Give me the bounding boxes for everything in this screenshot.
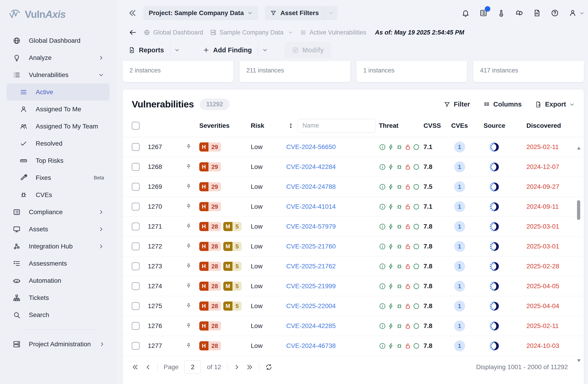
scrollbar-thumb[interactable]	[577, 200, 580, 220]
breadcrumb-project[interactable]: Sample Company Data	[210, 29, 293, 36]
table-scrollbar[interactable]	[577, 146, 581, 363]
reports-dropdown[interactable]	[170, 42, 184, 58]
cve-link[interactable]: CVE-2025-21760	[286, 243, 336, 250]
pin-icon[interactable]	[186, 183, 192, 190]
sidebar-item-top-risks[interactable]: Top Risks	[0, 152, 116, 169]
sidebar-item-project-administration[interactable]: Project Administration	[0, 336, 116, 353]
row-checkbox[interactable]	[132, 203, 140, 211]
asset-filters-button[interactable]: Asset Filters	[265, 6, 324, 20]
chat-icon[interactable]	[515, 9, 523, 17]
cve-count-badge[interactable]: 1	[454, 201, 465, 212]
pin-icon[interactable]	[186, 203, 192, 209]
cve-link[interactable]: CVE-2024-56650	[286, 143, 336, 150]
scrollbar-down-arrow[interactable]	[577, 359, 581, 362]
refresh-icon[interactable]	[265, 364, 273, 371]
breadcrumb-active-vulnerabilities[interactable]: Active Vulnerabilities	[300, 29, 366, 36]
cve-link[interactable]: CVE-2024-41014	[286, 203, 336, 210]
filter-button[interactable]: Filter	[444, 101, 470, 108]
sidebar-item-assessments[interactable]: Assessments	[0, 255, 116, 272]
row-checkbox[interactable]	[132, 262, 140, 270]
cve-link[interactable]: CVE-2025-21999	[286, 283, 336, 289]
sidebar-item-analyze[interactable]: Analyze	[0, 49, 116, 66]
select-all-checkbox[interactable]	[132, 122, 140, 130]
first-page-icon[interactable]	[132, 364, 139, 370]
sidebar-item-active[interactable]: Active	[6, 83, 110, 101]
asset-filters-dropdown[interactable]	[324, 6, 338, 20]
sidebar-item-integration-hub[interactable]: Integration Hub	[0, 238, 116, 255]
form-icon[interactable]	[479, 9, 487, 17]
sidebar-item-resolved[interactable]: Resolved	[0, 135, 116, 152]
pin-icon[interactable]	[186, 263, 192, 269]
sidebar-item-search[interactable]: Search	[0, 306, 116, 324]
row-checkbox[interactable]	[132, 282, 140, 290]
columns-button[interactable]: Columns	[483, 101, 522, 108]
cve-count-badge[interactable]: 1	[454, 301, 465, 311]
cve-link[interactable]: CVE-2024-42284	[286, 163, 336, 170]
cve-count-badge[interactable]: 1	[454, 181, 465, 192]
cve-link[interactable]: CVE-2025-22004	[286, 302, 336, 309]
row-checkbox[interactable]	[132, 302, 140, 310]
sort-updown-icon[interactable]	[288, 122, 294, 129]
summary-card[interactable]: 417 instances	[473, 61, 584, 82]
add-finding-dropdown[interactable]	[258, 42, 272, 58]
summary-card[interactable]: 2 instances	[122, 61, 234, 82]
cve-link[interactable]: CVE-2024-24788	[286, 183, 336, 190]
cve-count-badge[interactable]: 1	[454, 241, 465, 252]
pin-icon[interactable]	[186, 283, 192, 289]
page-number-input[interactable]	[184, 361, 201, 374]
cve-count-badge[interactable]: 1	[454, 221, 465, 232]
row-checkbox[interactable]	[132, 342, 140, 350]
pin-icon[interactable]	[186, 342, 192, 348]
cve-link[interactable]: CVE-2025-21762	[286, 263, 336, 270]
cve-link[interactable]: CVE-2024-42285	[286, 322, 336, 329]
last-page-icon[interactable]	[246, 364, 253, 370]
sidebar-item-global-dashboard[interactable]: Global Dashboard	[0, 32, 116, 49]
previous-page-icon[interactable]	[145, 364, 151, 370]
row-checkbox[interactable]	[132, 322, 140, 330]
pin-icon[interactable]	[186, 223, 192, 229]
row-checkbox[interactable]	[132, 243, 140, 250]
collapse-sidebar-icon[interactable]	[128, 9, 137, 17]
cve-count-badge[interactable]: 1	[454, 281, 465, 292]
sidebar-item-assigned-to-my-team[interactable]: Assigned To My Team	[0, 118, 116, 135]
cve-count-badge[interactable]: 1	[454, 141, 465, 153]
cve-link[interactable]: CVE-2024-46738	[286, 342, 336, 349]
cve-count-badge[interactable]: 1	[454, 161, 465, 172]
row-checkbox[interactable]	[132, 223, 140, 230]
reports-button[interactable]: Reports	[122, 42, 170, 58]
pin-icon[interactable]	[186, 323, 192, 329]
back-arrow-icon[interactable]	[128, 28, 137, 37]
cve-count-badge[interactable]: 1	[454, 340, 465, 351]
user-icon[interactable]	[568, 9, 577, 17]
sidebar-item-compliance[interactable]: Compliance	[0, 203, 116, 221]
breadcrumb-global-dashboard[interactable]: Global Dashboard	[144, 29, 203, 36]
sidebar-item-vulnerabilities[interactable]: Vulnerabilities	[0, 66, 116, 83]
pin-icon[interactable]	[186, 144, 192, 150]
thermometer-icon[interactable]	[497, 9, 505, 17]
summary-card[interactable]: 211 instances	[239, 61, 351, 82]
sidebar-item-fixes[interactable]: FixesBeta	[0, 169, 116, 186]
cve-link[interactable]: CVE-2024-57979	[286, 223, 336, 230]
sidebar-item-automation[interactable]: Automation	[0, 272, 116, 289]
row-checkbox[interactable]	[132, 183, 140, 191]
pin-icon[interactable]	[186, 303, 192, 309]
code-file-icon[interactable]	[533, 9, 541, 17]
sidebar-item-tickets[interactable]: Tickets	[0, 289, 116, 306]
project-selector-button[interactable]: Project: Sample Company Data	[143, 6, 258, 20]
row-checkbox[interactable]	[132, 163, 140, 171]
modify-button[interactable]: Modify	[285, 42, 331, 58]
sidebar-item-assigned-to-me[interactable]: Assigned To Me	[0, 101, 116, 118]
export-button[interactable]: Export	[535, 101, 575, 108]
name-filter-input[interactable]	[298, 119, 376, 133]
summary-card[interactable]: 1 instances	[356, 61, 467, 82]
pin-icon[interactable]	[186, 243, 192, 249]
bell-icon[interactable]	[462, 9, 470, 17]
help-icon[interactable]	[551, 9, 559, 17]
cve-count-badge[interactable]: 1	[454, 261, 465, 272]
sidebar-item-assets[interactable]: Assets	[0, 221, 116, 238]
pin-icon[interactable]	[186, 163, 192, 170]
sidebar-item-cves[interactable]: CVEs	[0, 186, 116, 203]
next-page-icon[interactable]	[233, 364, 240, 370]
cve-count-badge[interactable]: 1	[454, 321, 465, 331]
add-finding-button[interactable]: Add Finding	[197, 42, 258, 58]
